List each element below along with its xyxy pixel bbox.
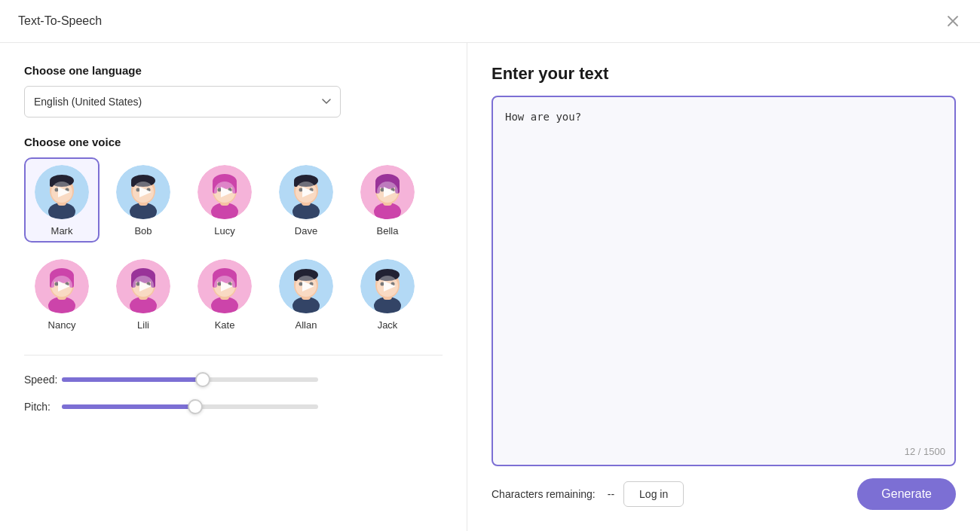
dialog-body: Choose one language English (United Stat…	[0, 43, 980, 531]
text-area-wrapper: 12 / 1500	[492, 96, 956, 466]
speed-label: Speed:	[24, 374, 62, 386]
svg-rect-90	[294, 275, 298, 281]
voice-item-allan[interactable]: Allan	[268, 252, 344, 337]
voice-section: Choose one voice Mark	[24, 136, 443, 337]
svg-rect-100	[375, 275, 379, 281]
divider	[24, 355, 443, 356]
voice-name-jack: Jack	[378, 319, 398, 331]
left-panel: Choose one language English (United Stat…	[0, 43, 467, 531]
voice-name-kate: Kate	[215, 319, 235, 331]
dialog-title: Text-To-Speech	[18, 14, 102, 28]
voice-name-mark: Mark	[51, 225, 73, 237]
chars-remaining-value: --	[608, 488, 614, 500]
voice-item-kate[interactable]: Kate	[187, 252, 262, 337]
svg-rect-5	[50, 181, 54, 187]
language-select[interactable]: English (United States)English (UK)Spani…	[24, 86, 341, 117]
voice-name-lili: Lili	[137, 319, 149, 331]
pitch-track	[62, 404, 318, 409]
right-panel: Enter your text 12 / 1500 Characters rem…	[467, 43, 980, 531]
voice-name-bella: Bella	[377, 225, 399, 237]
voice-avatar-bob	[116, 165, 170, 219]
char-count: 12 / 1500	[905, 446, 945, 457]
text-input[interactable]	[492, 96, 956, 466]
voice-name-bob: Bob	[134, 225, 152, 237]
voice-avatar-bella	[360, 165, 415, 219]
voice-avatar-jack	[360, 259, 415, 313]
voice-item-lili[interactable]: Lili	[106, 252, 181, 337]
bottom-bar: Characters remaining: -- Log in Generate	[492, 478, 956, 510]
speed-track	[62, 377, 318, 382]
voice-grid: Mark Bob	[24, 157, 443, 337]
language-section-label: Choose one language	[24, 64, 443, 77]
voice-avatar-lili	[116, 259, 170, 313]
chars-remaining-label: Characters remaining:	[492, 488, 596, 500]
close-button[interactable]	[944, 12, 962, 30]
voice-name-lucy: Lucy	[214, 225, 234, 237]
voice-name-allan: Allan	[296, 319, 317, 331]
login-button[interactable]: Log in	[623, 481, 684, 507]
voice-name-nancy: Nancy	[48, 319, 76, 331]
pitch-label: Pitch:	[24, 401, 62, 413]
voice-section-label: Choose one voice	[24, 136, 443, 148]
voice-item-jack[interactable]: Jack	[350, 252, 425, 337]
voice-avatar-lucy	[198, 165, 252, 219]
voice-avatar-kate	[198, 259, 252, 313]
voice-name-dave: Dave	[295, 225, 317, 237]
svg-rect-15	[131, 181, 135, 187]
voice-item-lucy[interactable]: Lucy	[187, 157, 262, 243]
voice-item-bella[interactable]: Bella	[350, 157, 425, 243]
generate-button[interactable]: Generate	[857, 478, 956, 510]
svg-rect-36	[294, 181, 298, 187]
speed-row: Speed:	[24, 374, 443, 386]
voice-avatar-mark	[35, 165, 89, 219]
pitch-row: Pitch:	[24, 401, 443, 413]
right-title: Enter your text	[492, 64, 956, 84]
voice-avatar-allan	[279, 259, 333, 313]
dialog: Text-To-Speech Choose one language Engli…	[0, 0, 980, 531]
voice-item-bob[interactable]: Bob	[106, 157, 181, 243]
voice-item-nancy[interactable]: Nancy	[24, 252, 100, 337]
voice-avatar-dave	[279, 165, 333, 219]
voice-avatar-nancy	[35, 259, 89, 313]
close-icon	[947, 15, 959, 27]
dialog-header: Text-To-Speech	[0, 0, 980, 43]
voice-item-dave[interactable]: Dave	[268, 157, 344, 243]
voice-item-mark[interactable]: Mark	[24, 157, 100, 243]
